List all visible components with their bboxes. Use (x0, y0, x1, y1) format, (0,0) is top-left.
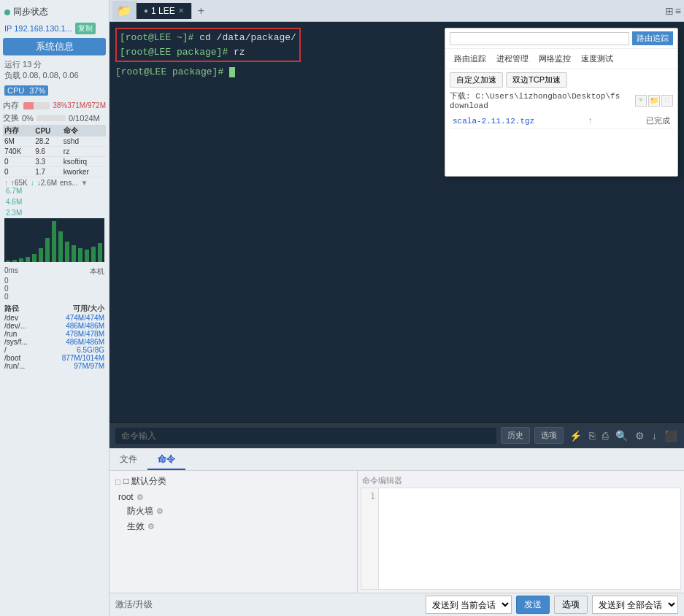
swap-bar (36, 115, 66, 121)
right-panel: 📁 ● 1 LEE ✕ + ⊞ ≡ [root@LEE ~]# cd /data… (109, 0, 684, 616)
download-folder-icon[interactable]: 📁 (648, 95, 660, 107)
command-left: □ □ 默认分类 root ⚙ 防火墙 ⚙ (109, 471, 358, 593)
net-down-icon: ↓ (31, 179, 34, 187)
command-body: □ □ 默认分类 root ⚙ 防火墙 ⚙ (109, 471, 684, 593)
tcp-accel-button[interactable]: 双边TCP加速 (506, 72, 567, 88)
cpu-section: CPU 37% (3, 84, 106, 97)
tab-add-button[interactable]: + (192, 2, 210, 20)
overlay-search-row: 路由追踪 (445, 28, 677, 49)
download-square-icon[interactable]: □ (661, 95, 673, 107)
send-button[interactable]: 发送 (516, 596, 550, 614)
overlay-nav: 路由追踪 进程管理 网络监控 速度测试 (445, 49, 677, 69)
sysinfo-button[interactable]: 系统信息 (3, 38, 106, 55)
overlay-download-row: 下载: C:\Users\lizhongbao\Desktop\fs downl… (450, 91, 673, 110)
effect-gear-icon[interactable]: ⚙ (147, 522, 155, 531)
table-row: 01.7kworker (3, 167, 106, 177)
disk-row: /run/...97M/97M (4, 362, 104, 370)
tab-bar: 📁 ● 1 LEE ✕ + ⊞ ≡ (109, 0, 684, 22)
disk-row: /dev/...486M/486M (4, 322, 104, 330)
copy-button[interactable]: 复制 (75, 23, 96, 34)
copy-icon[interactable]: ⎘ (588, 428, 596, 443)
screen-icon[interactable]: ⬛ (663, 428, 678, 443)
nav-process-button[interactable]: 进程管理 (492, 52, 533, 66)
nav-route-button[interactable]: 路由追踪 (450, 52, 491, 66)
firewall-gear-icon[interactable]: ⚙ (156, 507, 164, 516)
overlay-search-input[interactable] (450, 32, 629, 45)
tab-command[interactable]: 命令 (147, 449, 185, 470)
cmd-tree-firewall[interactable]: 防火墙 ⚙ (115, 504, 351, 519)
editor-label: 命令编辑器 (361, 474, 681, 488)
command-input[interactable] (115, 428, 496, 444)
search-icon[interactable]: 🔍 (614, 428, 629, 443)
cmd-tree-root[interactable]: root ⚙ (115, 490, 351, 504)
download-arrow-icon[interactable]: ▼ (635, 95, 647, 107)
disk-row: /boot877M/1014M (4, 354, 104, 362)
command-editor[interactable] (379, 488, 680, 589)
print-icon[interactable]: ⎙ (601, 428, 610, 443)
tab-lee[interactable]: ● 1 LEE ✕ (137, 3, 192, 19)
overlay-accel-section: 自定义加速 双边TCP加速 下载: C:\Users\lizhongbao\De… (445, 69, 677, 176)
terminal-area[interactable]: [root@LEE ~]# cd /data/package/ [root@LE… (109, 22, 684, 422)
ip-label: IP 192.168.130.1... (4, 24, 72, 33)
table-row: 6M28.2sshd (3, 136, 106, 147)
table-row: 740K9.6rz (3, 147, 106, 157)
file-list-empty (450, 129, 673, 173)
network-chart (4, 218, 104, 262)
footer-right: 发送到 当前会话 发送 选项 发送到 全部会话 (426, 596, 678, 614)
nav-speedtest-button[interactable]: 速度测试 (577, 52, 618, 66)
download-icon[interactable]: ↓ (650, 428, 658, 443)
latency-section: 0ms 本机 0 0 0 (3, 265, 106, 302)
command-tabs: 文件 命令 (109, 449, 684, 471)
mem-bar: 内存 38%371M/972M (3, 100, 106, 111)
editor-wrapper: 1 (361, 488, 681, 590)
download-icons: ▼ 📁 □ (635, 95, 673, 107)
runtime-info: 运行 13 分 负载 0.08, 0.08, 0.06 (3, 58, 106, 82)
tab-grid-icon: ⊞ ≡ (665, 5, 681, 17)
mem-progress (23, 102, 50, 109)
tab-close-icon[interactable]: ✕ (178, 7, 184, 15)
bottom-toolbar: 历史 选项 ⚡ ⎘ ⎙ 🔍 ⚙ ↓ ⬛ (109, 422, 684, 448)
status-dot-icon (4, 9, 10, 15)
swap-row: 交换 0% 0/1024M (3, 112, 106, 123)
activate-label: 激活/升级 (115, 598, 153, 611)
net-up-icon: ↑ (4, 179, 8, 187)
cmd-tree-effect[interactable]: 生效 ⚙ (115, 519, 351, 534)
sidebar: 同步状态 IP 192.168.130.1... 复制 系统信息 运行 13 分… (0, 0, 109, 616)
mem-fill (23, 102, 34, 109)
overlay-accel-buttons: 自定义加速 双边TCP加速 (450, 72, 673, 88)
category-folder-icon: □ (115, 477, 120, 487)
lightning-icon[interactable]: ⚡ (568, 428, 583, 443)
disk-section: 路径 可用/大小 /dev474M/474M/dev/...486M/486M/… (3, 302, 106, 371)
table-row: 03.3ksoftirq (3, 157, 106, 167)
command-panel: 文件 命令 □ □ 默认分类 root ⚙ (109, 448, 684, 616)
network-section: ↑ ↑65K ↓ ↓2.6M ens... ▼ 6.7M 4.6M 2.3M (3, 177, 106, 265)
options-button[interactable]: 选项 (534, 427, 564, 444)
cmd-category: □ □ 默认分类 (112, 474, 354, 489)
tab-file[interactable]: 文件 (109, 449, 147, 470)
command-right: 命令编辑器 1 (358, 471, 684, 593)
root-gear-icon[interactable]: ⚙ (137, 493, 144, 502)
sync-status: 同步状态 (3, 3, 106, 21)
file-item-scala: scala-2.11.12.tgz ↑ 已完成 (450, 113, 673, 129)
history-button[interactable]: 历史 (501, 427, 530, 444)
nav-network-button[interactable]: 网络监控 (534, 52, 575, 66)
overlay-route-button[interactable]: 路由追踪 (632, 31, 673, 45)
disk-row: /dev474M/474M (4, 314, 104, 322)
send-to-select[interactable]: 发送到 当前会话 (426, 596, 512, 614)
disk-row: /6.5G/8G (4, 346, 104, 354)
send-all-select[interactable]: 发送到 全部会话 (592, 596, 678, 614)
line-numbers: 1 (361, 488, 379, 589)
cpu-bar: CPU 37% (4, 85, 48, 96)
process-table: 内存 CPU 命令 6M28.2sshd740K9.6rz03.3ksoftir… (3, 125, 106, 177)
footer-options-button[interactable]: 选项 (554, 596, 588, 614)
tab-folder-icon: 📁 (112, 1, 137, 20)
cursor (229, 67, 235, 77)
command-footer: 激活/升级 发送到 当前会话 发送 选项 发送到 全部会话 (109, 593, 684, 616)
cmd-tree: root ⚙ 防火墙 ⚙ 生效 ⚙ (112, 489, 354, 590)
disk-row: /run478M/478M (4, 330, 104, 338)
ip-row: IP 192.168.130.1... 复制 (3, 21, 106, 36)
overlay-panel: 路由追踪 路由追踪 进程管理 网络监控 速度测试 自定义加速 双边TCP加速 (445, 28, 678, 177)
disk-row: /sys/f...486M/486M (4, 338, 104, 346)
gear-icon[interactable]: ⚙ (634, 428, 646, 443)
custom-accel-button[interactable]: 自定义加速 (450, 72, 503, 88)
